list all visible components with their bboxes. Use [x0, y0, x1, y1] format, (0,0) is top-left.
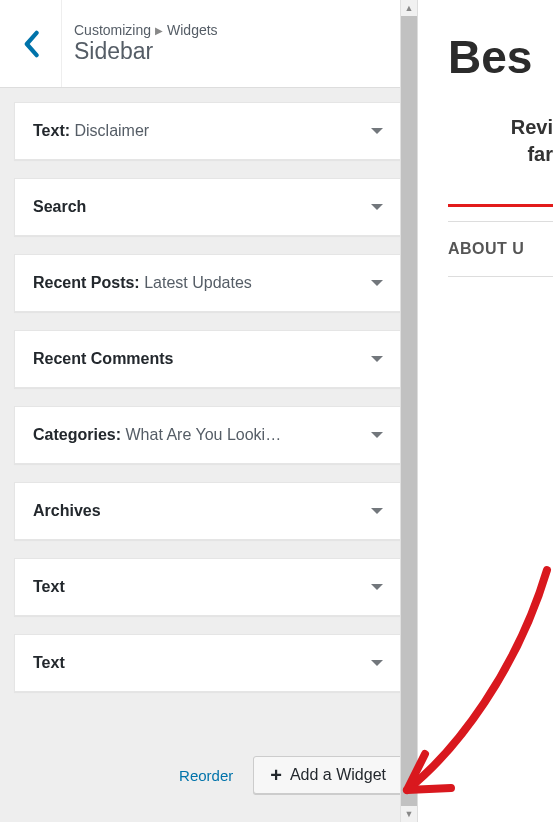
- chevron-down-icon: [370, 506, 384, 516]
- plus-icon: +: [270, 765, 282, 785]
- preview-pane: Bes Revi far ABOUT U: [418, 0, 553, 822]
- widget-item[interactable]: Categories: What Are You Looki…: [14, 406, 403, 464]
- widget-item[interactable]: Archives: [14, 482, 403, 540]
- widget-label: Text: [33, 654, 384, 672]
- chevron-down-icon: [370, 430, 384, 440]
- about-heading: ABOUT U: [448, 240, 553, 258]
- chevron-down-icon: [370, 582, 384, 592]
- footer-actions: Reorder + Add a Widget: [0, 746, 417, 822]
- customizer-sidebar: Customizing ▶ Widgets Sidebar Text: Disc…: [0, 0, 418, 822]
- widget-item[interactable]: Recent Comments: [14, 330, 403, 388]
- widget-item[interactable]: Text: [14, 634, 403, 692]
- widget-label: Categories: What Are You Looki…: [33, 426, 384, 444]
- widget-label: Recent Posts: Latest Updates: [33, 274, 384, 292]
- site-title: Bes: [448, 30, 553, 84]
- chevron-down-icon: [370, 202, 384, 212]
- scroll-up-icon[interactable]: ▲: [401, 0, 417, 16]
- widget-label: Text: [33, 578, 384, 596]
- chevron-down-icon: [370, 658, 384, 668]
- widget-label: Text: Disclaimer: [33, 122, 384, 140]
- chevron-down-icon: [370, 278, 384, 288]
- widget-item[interactable]: Text: Disclaimer: [14, 102, 403, 160]
- add-widget-button[interactable]: + Add a Widget: [253, 756, 403, 794]
- breadcrumb: Customizing ▶ Widgets: [74, 22, 218, 38]
- scroll-down-icon[interactable]: ▼: [401, 806, 417, 822]
- chevron-left-icon: [22, 30, 40, 58]
- widget-label: Recent Comments: [33, 350, 384, 368]
- reorder-link[interactable]: Reorder: [179, 767, 233, 784]
- widget-list: Text: DisclaimerSearchRecent Posts: Late…: [0, 88, 417, 746]
- widget-item[interactable]: Recent Posts: Latest Updates: [14, 254, 403, 312]
- header-text: Customizing ▶ Widgets Sidebar: [62, 0, 230, 87]
- breadcrumb-root: Customizing: [74, 22, 151, 38]
- breadcrumb-separator-icon: ▶: [155, 25, 163, 36]
- widget-item[interactable]: Search: [14, 178, 403, 236]
- chevron-down-icon: [370, 354, 384, 364]
- widget-item[interactable]: Text: [14, 558, 403, 616]
- widget-label: Archives: [33, 502, 384, 520]
- add-widget-label: Add a Widget: [290, 766, 386, 784]
- panel-title: Sidebar: [74, 38, 218, 65]
- panel-header: Customizing ▶ Widgets Sidebar: [0, 0, 417, 88]
- back-button[interactable]: [0, 0, 62, 87]
- breadcrumb-leaf: Widgets: [167, 22, 218, 38]
- chevron-down-icon: [370, 126, 384, 136]
- divider: [448, 204, 553, 207]
- site-tagline: Revi far: [448, 114, 553, 168]
- widget-label: Search: [33, 198, 384, 216]
- scrollbar[interactable]: ▲ ▼: [400, 0, 417, 822]
- about-section: ABOUT U: [448, 221, 553, 277]
- scrollbar-thumb[interactable]: [401, 16, 417, 806]
